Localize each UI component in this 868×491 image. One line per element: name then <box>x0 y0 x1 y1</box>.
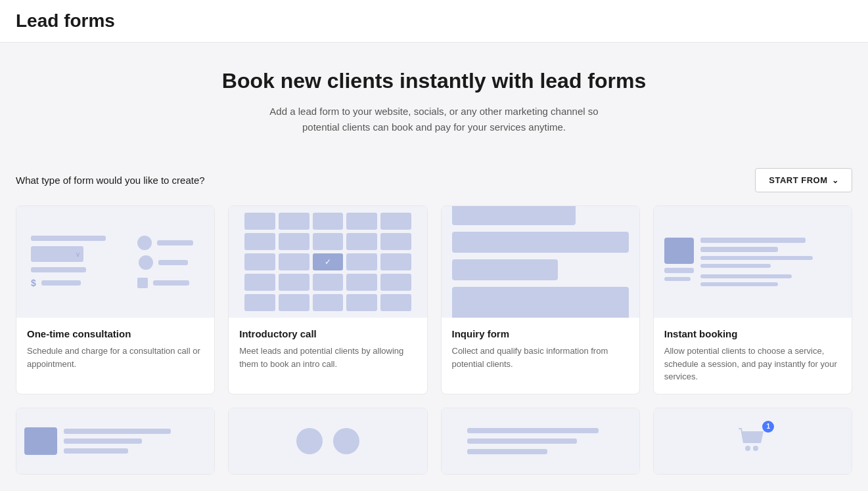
bottom-card-preview-4: 1 <box>654 408 852 474</box>
svg-point-1 <box>753 446 758 451</box>
card-desc-intro: Meet leads and potential clients by allo… <box>239 345 416 370</box>
card-info-inquiry: Inquiry form Collect and qualify basic i… <box>442 318 639 381</box>
header: Lead forms <box>0 0 868 43</box>
card-title-booking: Instant booking <box>664 328 841 339</box>
card-desc-inquiry: Collect and qualify basic information fr… <box>452 345 629 370</box>
card-title-inquiry: Inquiry form <box>452 328 629 339</box>
card-preview-consultation: v $ <box>16 206 214 318</box>
chevron-down-icon: ⌄ <box>832 176 839 185</box>
hero-title: Book new clients instantly with lead for… <box>16 69 852 93</box>
hero-section: Book new clients instantly with lead for… <box>16 43 852 155</box>
hero-subtitle: Add a lead form to your website, socials… <box>263 104 605 135</box>
card-title-consultation: One-time consultation <box>27 328 204 339</box>
card-desc-booking: Allow potential clients to choose a serv… <box>664 345 841 383</box>
bottom-card-1[interactable] <box>16 408 215 475</box>
bottom-card-4[interactable]: 1 <box>653 408 852 475</box>
bottom-card-preview-1 <box>16 408 214 474</box>
form-type-section: What type of form would you like to crea… <box>16 168 852 475</box>
card-one-time-consultation[interactable]: v $ <box>16 205 215 395</box>
bottom-cards-grid: 1 <box>16 408 852 475</box>
bottom-card-preview-3 <box>442 408 639 474</box>
card-info-consultation: One-time consultation Schedule and charg… <box>16 318 214 381</box>
form-type-header: What type of form would you like to crea… <box>16 168 852 192</box>
bottom-card-3[interactable] <box>441 408 640 475</box>
form-type-question: What type of form would you like to crea… <box>16 175 205 186</box>
card-preview-booking <box>654 206 852 318</box>
bottom-card-preview-2 <box>229 408 426 474</box>
card-preview-inquiry <box>442 206 639 318</box>
card-info-booking: Instant booking Allow potential clients … <box>654 318 852 394</box>
notification-badge: 1 <box>762 421 774 433</box>
card-info-intro: Introductory call Meet leads and potenti… <box>229 318 426 381</box>
card-title-intro: Introductory call <box>239 328 416 339</box>
svg-point-0 <box>745 446 750 451</box>
main-content: Book new clients instantly with lead for… <box>0 43 868 490</box>
card-desc-consultation: Schedule and charge for a consultation c… <box>27 345 204 370</box>
card-instant-booking[interactable]: Instant booking Allow potential clients … <box>653 205 852 395</box>
start-from-label: START FROM <box>769 175 827 185</box>
card-introductory-call[interactable]: ✓ <box>228 205 427 395</box>
start-from-button[interactable]: START FROM ⌄ <box>755 168 852 192</box>
page-title: Lead forms <box>16 11 852 32</box>
card-inquiry-form[interactable]: Inquiry form Collect and qualify basic i… <box>441 205 640 395</box>
card-preview-intro: ✓ <box>229 206 426 318</box>
bottom-card-2[interactable] <box>228 408 427 475</box>
cards-grid: v $ <box>16 205 852 395</box>
